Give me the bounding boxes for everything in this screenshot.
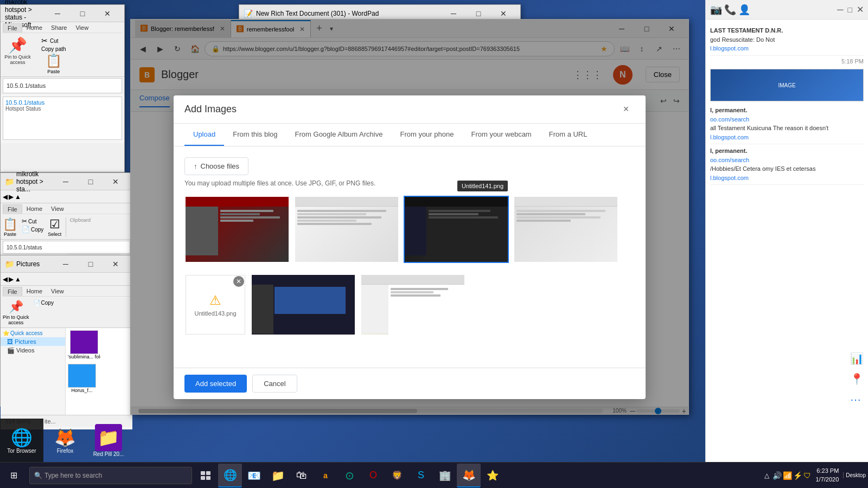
panel-btn-2[interactable]: 📍	[850, 371, 864, 387]
vpn-icon[interactable]: 🦁	[385, 464, 409, 487]
modal-tab-this-blog[interactable]: From this blog	[224, 124, 286, 146]
add-selected-btn[interactable]: Add selected	[184, 375, 247, 393]
skype-icon[interactable]: S	[409, 464, 433, 487]
firefox-app[interactable]: 🦊 Firefox	[43, 419, 87, 462]
phone-icon[interactable]: 📞	[724, 4, 736, 16]
panel-btn-1[interactable]: 📊	[850, 350, 864, 367]
folder-app[interactable]: 📁 Red Pill 20...	[87, 419, 130, 462]
screenshot-6	[361, 275, 464, 335]
fe2-up-icon[interactable]: ▲	[15, 193, 21, 201]
fe3-forward[interactable]: ▶	[9, 275, 14, 283]
image-thumb-4[interactable]	[513, 196, 618, 263]
close-icon[interactable]: ✕	[857, 4, 864, 15]
fe2-tab-view[interactable]: View	[47, 204, 68, 214]
store-icon[interactable]: 🛍	[290, 464, 314, 487]
fe2-maximize[interactable]: □	[78, 173, 103, 190]
fe3-videos[interactable]: 🎬 Videos	[1, 346, 65, 355]
thumb-error-close[interactable]: ✕	[233, 276, 244, 287]
camera-icon[interactable]: 📷	[710, 4, 722, 16]
fe3-tab-view[interactable]: View	[47, 287, 68, 296]
fe1-minimize[interactable]: ─	[45, 5, 70, 22]
fe3-file-sublimina[interactable]: 'sublimina... folder	[68, 330, 100, 359]
image-thumb-5[interactable]	[251, 274, 356, 336]
modal-tab-phone[interactable]: From your phone	[391, 124, 462, 146]
fe2-address[interactable]: 10.5.0.1/status	[3, 241, 130, 254]
fe2-tab-home[interactable]: Home	[22, 204, 47, 214]
fe3-minimize[interactable]: ─	[53, 255, 78, 273]
maximize-icon[interactable]: □	[848, 5, 852, 14]
fe3-tab-home[interactable]: Home	[22, 287, 47, 296]
fe2-copy-btn[interactable]: 📄Copy	[22, 226, 43, 233]
fe3-up[interactable]: ▲	[15, 275, 21, 283]
tray-icon-2[interactable]: 📶	[783, 471, 792, 480]
tor-browser-app[interactable]: 🌐 Tor Browser	[0, 419, 43, 462]
cut-btn[interactable]: ✂Cut	[41, 36, 66, 45]
fe2-back-icon[interactable]: ◀	[3, 193, 8, 201]
image-thumb-6[interactable]	[360, 274, 465, 336]
modal-tab-webcam[interactable]: From your webcam	[462, 124, 540, 146]
modal-tab-upload[interactable]: Upload	[184, 124, 224, 146]
fe1-tab-file[interactable]: File	[3, 23, 22, 33]
edge-icon[interactable]: 🌐	[218, 464, 242, 487]
fe3-pin-btn[interactable]: 📌 Pin to Quickaccess	[3, 300, 29, 325]
panel-btn-3[interactable]: ⋯	[850, 391, 864, 408]
fe1-close[interactable]: ✕	[95, 5, 120, 22]
fe2-ribbon: File Home View 📋 Paste ✂Cut 📄Copy	[1, 203, 132, 240]
person-icon[interactable]: 👤	[738, 4, 750, 16]
fe3-maximize[interactable]: □	[78, 255, 103, 273]
fe1-tab-home[interactable]: Home	[22, 23, 47, 33]
fe3-file-horus[interactable]: Horus_f...	[68, 364, 96, 393]
fe2-select-btn[interactable]: ☑ Select	[48, 217, 61, 237]
fe3-pictures[interactable]: 🖼 Pictures	[1, 337, 65, 346]
amazon-icon[interactable]: a	[314, 464, 337, 487]
start-button[interactable]: ⊞	[0, 463, 27, 489]
tray-icon-1[interactable]: 🔊	[773, 471, 782, 480]
modal-tab-url[interactable]: From a URL	[540, 124, 596, 146]
fe1-address[interactable]: 10.5.0.1/status	[3, 78, 122, 93]
fe3-tab-file[interactable]: File	[3, 287, 22, 296]
modal-tab-album[interactable]: From Google Album Archive	[286, 124, 392, 146]
fe3-close[interactable]: ✕	[103, 255, 128, 273]
choose-files-btn[interactable]: ↑ Choose files	[184, 157, 248, 175]
cancel-btn[interactable]: Cancel	[252, 375, 297, 393]
modal-close-btn[interactable]: ×	[617, 101, 635, 118]
outlook-icon[interactable]: 🏢	[433, 464, 457, 487]
fe1-tab-share[interactable]: Share	[47, 23, 71, 33]
tray-icon-3[interactable]: ⚡	[793, 471, 802, 480]
fe3-quickaccess[interactable]: ⭐Quick access	[1, 329, 65, 337]
svg-rect-0	[201, 471, 205, 475]
fe2-paste-btn[interactable]: 📋 Paste	[3, 217, 17, 237]
mail-icon[interactable]: 📧	[242, 464, 266, 487]
task-view-icon[interactable]	[194, 464, 218, 487]
add-images-modal: Add Images × Upload From this blog From …	[174, 95, 646, 399]
paste-btn[interactable]: 📋 Paste	[41, 53, 66, 74]
pin-quick-access-icon[interactable]: 📌	[8, 36, 27, 54]
opera-icon[interactable]: O	[361, 464, 385, 487]
taskbar-search-box[interactable]: 🔍 Type here to search	[29, 467, 192, 484]
firefox-icon[interactable]: 🦊	[457, 464, 481, 487]
chevron-up-icon[interactable]: △	[762, 472, 771, 479]
fe2-forward-icon[interactable]: ▶	[9, 193, 14, 201]
fe1-maximize[interactable]: □	[70, 5, 95, 22]
fe1-tab-view[interactable]: View	[71, 23, 93, 33]
minimize-icon[interactable]: ─	[837, 5, 843, 15]
image-thumb-2[interactable]	[294, 196, 399, 263]
tripadvisor-icon[interactable]: ⊙	[337, 464, 361, 487]
fe1-address-text: 10.5.0.1/status	[7, 82, 46, 89]
folder-icon[interactable]: 📁	[266, 464, 290, 487]
desktop-btn[interactable]: Desktop	[843, 472, 868, 478]
fe2-cut-btn[interactable]: ✂Cut	[22, 217, 43, 225]
copy-path-btn[interactable]: Copy path	[41, 46, 66, 52]
security-icon[interactable]: 🛡	[803, 471, 811, 480]
fe2-minimize[interactable]: ─	[53, 173, 78, 190]
fe3-nav: ◀ ▶ ▲	[1, 273, 132, 286]
fe2-close[interactable]: ✕	[103, 173, 128, 190]
fe3-back[interactable]: ◀	[3, 275, 8, 283]
image-thumb-3[interactable]: Untitled141.png	[404, 196, 509, 263]
fe2-tab-file[interactable]: File	[3, 204, 22, 214]
image-thumb-1[interactable]	[184, 196, 290, 263]
fe3-copy-btn[interactable]: 📄Copy	[34, 300, 54, 306]
extra-icon[interactable]: ⭐	[481, 464, 505, 487]
image-thumb-error[interactable]: ⚠ Untitled143.png ✕	[184, 274, 246, 336]
modal-header: Add Images ×	[174, 95, 646, 124]
